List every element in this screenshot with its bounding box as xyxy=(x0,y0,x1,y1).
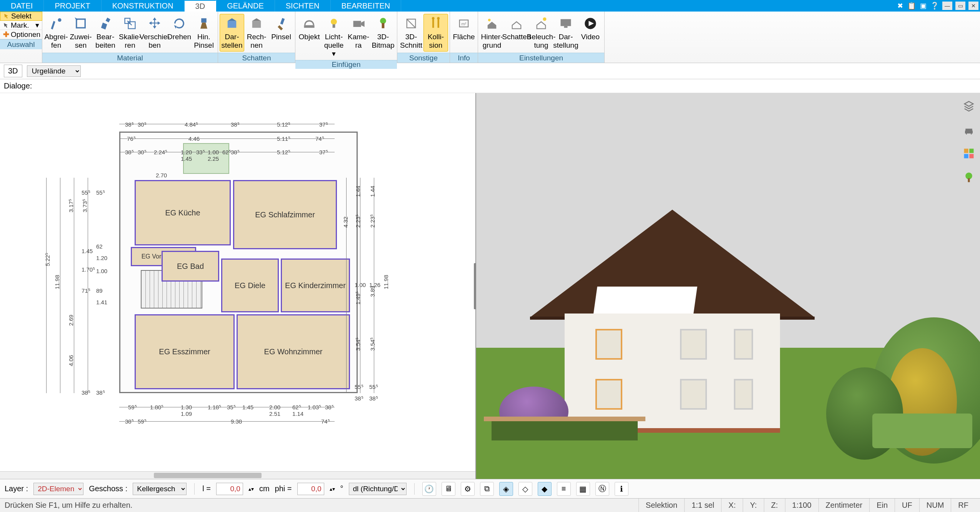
menu-konstruktion[interactable]: KONSTRUKTION xyxy=(102,0,185,12)
ribbon-btn-beleuchtung[interactable]: Beleuch- tung xyxy=(529,14,553,52)
tree-tool-icon[interactable] xyxy=(962,170,976,185)
ribbon-btn-drehen[interactable]: Drehen xyxy=(167,14,192,43)
ribbon-btn-label: Fläche xyxy=(453,33,475,41)
snap3-icon[interactable]: ◆ xyxy=(538,482,552,496)
l-input[interactable] xyxy=(216,483,243,495)
dimension-text: 3.54⁵ xyxy=(355,337,362,351)
room-eg-wohnzimmer[interactable]: EG Wohnzimmer xyxy=(237,314,350,389)
menu-datei[interactable]: DATEI xyxy=(0,0,44,12)
dialoge-bar: Dialoge: xyxy=(0,79,980,93)
dimension-text: 3.54⁵ xyxy=(369,337,376,351)
ribbon-btn-label: Verschie- xyxy=(139,33,170,41)
clock-icon[interactable]: 🕐 xyxy=(422,482,436,496)
clipboard-icon[interactable]: 📋 xyxy=(907,1,916,10)
room-eg-diele[interactable]: EG Diele xyxy=(221,259,279,312)
ribbon-btn-objekt[interactable]: Objekt xyxy=(297,14,322,43)
snap2-icon[interactable]: ◇ xyxy=(518,482,532,496)
copy-icon[interactable]: ⧉ xyxy=(480,482,494,496)
selection-dropdown[interactable]: Urgelände xyxy=(27,65,81,77)
mode-indicator: 3D xyxy=(4,65,22,77)
tool-icon[interactable]: ✖ xyxy=(895,1,905,10)
help-icon[interactable]: ❔ xyxy=(930,1,939,10)
ribbon-btn-3dschnitt[interactable]: 3D- Schnitt xyxy=(399,14,423,52)
horizontal-scrollbar[interactable] xyxy=(0,471,475,479)
status-uf: UF xyxy=(895,499,919,512)
ribbon-btn-video[interactable]: Video xyxy=(578,14,603,43)
spinner-icon[interactable]: ▴▾ xyxy=(248,486,254,492)
layers-icon[interactable] xyxy=(962,98,976,113)
ribbon-btn-darstellen[interactable]: Dar- stellen xyxy=(220,14,244,52)
ribbon-btn-kamera[interactable]: Kame- ra xyxy=(346,14,371,52)
north-icon[interactable]: Ⓝ xyxy=(595,482,609,496)
hedge xyxy=(492,421,638,440)
ribbon-mark-button[interactable]: Mark. ▾ xyxy=(0,21,42,30)
box-icon[interactable]: ▣ xyxy=(918,1,928,10)
ribbon-optionen-button[interactable]: ✚ Optionen xyxy=(0,30,42,39)
room-eg-kinderzimmer[interactable]: EG Kinderzimmer xyxy=(281,259,350,312)
dl-select[interactable]: dl (Richtung/Di xyxy=(349,483,407,495)
ribbon: Selekt Mark. ▾ ✚ Optionen Auswahl Abgrei… xyxy=(0,12,980,63)
ribbon-btn-label: Drehen xyxy=(167,33,191,41)
dimension-text: 1.20 xyxy=(96,255,107,261)
ribbon-btn-zuweisen[interactable]: Zuwei- sen xyxy=(68,14,93,52)
svg-point-29 xyxy=(965,173,972,180)
menu-projekt[interactable]: PROJEKT xyxy=(44,0,101,12)
maximize-button[interactable]: ▭ xyxy=(955,2,965,10)
ribbon-btn-abgreifen[interactable]: Abgrei- fen xyxy=(44,14,68,52)
dimension-text: 38⁵ xyxy=(369,395,378,402)
dimension-text: 2.70 xyxy=(156,172,167,178)
furniture-icon[interactable] xyxy=(962,122,976,137)
menu-bearbeiten[interactable]: BEARBEITEN xyxy=(331,0,402,12)
menu-3d[interactable]: 3D xyxy=(185,0,217,12)
ribbon-btn-schatten2[interactable]: Schatten xyxy=(504,14,529,43)
monitor-icon[interactable]: 🖥 xyxy=(442,482,455,496)
color-grid-icon[interactable] xyxy=(962,146,976,161)
ribbon-btn-bearbeiten[interactable]: Bear- beiten xyxy=(93,14,118,52)
ribbon-btn-darstellung2[interactable]: Dar- stellung xyxy=(553,14,578,52)
info-icon[interactable]: ℹ xyxy=(615,482,628,496)
ribbon-btn-3dbitmap[interactable]: 3D- Bitmap xyxy=(371,14,395,52)
ribbon-btn-pinsel[interactable]: Pinsel xyxy=(269,14,293,43)
scrollbar-thumb[interactable] xyxy=(154,473,262,478)
pane-3d-view[interactable] xyxy=(476,93,980,479)
room-eg-schlafzimmer[interactable]: EG Schlafzimmer xyxy=(233,180,337,249)
geschoss-select[interactable]: Kellergesch xyxy=(133,483,187,495)
menu-sichten[interactable]: SICHTEN xyxy=(275,0,331,12)
menu-gelaende[interactable]: GELÄNDE xyxy=(216,0,275,12)
ribbon-btn-hintergrund[interactable]: Hinter- grund xyxy=(480,14,504,52)
ribbon-btn-label: 3D- xyxy=(377,33,389,41)
ribbon-btn-hinpinsel[interactable]: Hin. Pinsel xyxy=(192,14,216,52)
room-eg-küche[interactable]: EG Küche xyxy=(135,180,231,245)
ribbon-btn-rechnen[interactable]: Rech- nen xyxy=(244,14,269,52)
ribbon-btn-skalieren[interactable]: Skalie- ren xyxy=(118,14,142,52)
gear-icon[interactable]: ⚙ xyxy=(461,482,475,496)
group-label-einstellungen: Einstellungen xyxy=(478,53,604,63)
ribbon-btn-verschieben[interactable]: Verschie- ben xyxy=(142,14,167,52)
room-eg-esszimmer[interactable]: EG Esszimmer xyxy=(135,314,235,389)
room-eg-bad[interactable]: EG Bad xyxy=(162,251,219,282)
close-button[interactable]: ✕ xyxy=(968,2,978,10)
ribbon-btn-flaeche[interactable]: m² Fläche xyxy=(452,14,476,43)
dimension-line xyxy=(346,178,347,393)
dimension-text: 2.23⁵ xyxy=(369,214,376,228)
snap1-icon[interactable]: ◈ xyxy=(499,482,513,496)
pane-2d-floorplan[interactable]: EG KücheEG SchlafzimmerEG VorratsraumEG … xyxy=(0,93,476,479)
svg-text:m²: m² xyxy=(461,22,466,26)
dimension-text: 1.45 xyxy=(82,248,93,254)
layers2-icon[interactable]: ≡ xyxy=(557,482,571,496)
video-icon xyxy=(583,16,598,31)
ribbon-btn-lichtquelle[interactable]: Licht- quelle ▾ xyxy=(322,14,346,60)
house-model xyxy=(565,233,780,433)
grid-icon[interactable]: ▦ xyxy=(576,482,590,496)
ribbon-btn-kollision[interactable]: Kolli- sion xyxy=(423,14,448,52)
ribbon-group-sonstige: 3D- Schnitt Kolli- sion Sonstige xyxy=(397,12,450,63)
ribbon-btn-label: tung xyxy=(534,41,548,50)
ribbon-btn-label: Abgrei- xyxy=(44,33,68,41)
minimize-button[interactable]: — xyxy=(942,2,952,10)
dimension-text: 38⁵ xyxy=(231,121,240,128)
phi-input[interactable] xyxy=(297,483,324,495)
svg-rect-11 xyxy=(333,24,335,28)
spinner-icon[interactable]: ▴▾ xyxy=(330,486,335,492)
layer-select[interactable]: 2D-Elemen xyxy=(33,483,83,495)
ribbon-selekt-button[interactable]: Selekt xyxy=(0,12,42,21)
